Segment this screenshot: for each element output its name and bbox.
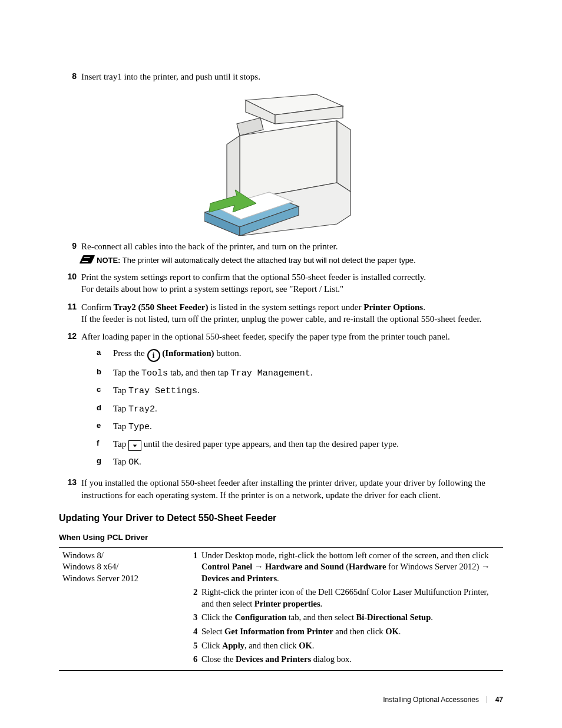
note-icon — [80, 255, 95, 263]
substep-f: f Tap until the desired paper type appea… — [81, 436, 503, 453]
heading-pcl-driver: When Using PCL Driver — [59, 532, 503, 543]
step-10: 10 Print the system settings report to c… — [59, 271, 503, 295]
step-text: If you installed the optional 550-sheet … — [81, 477, 503, 501]
driver-step-6: 6 Close the Devices and Printers dialog … — [193, 654, 500, 666]
step-text: Confirm Tray2 (550 Sheet Feeder) is list… — [81, 302, 425, 312]
step-text: If the feeder is not listed, turn off th… — [81, 314, 481, 324]
driver-step-5: 5 Click Apply, and then click OK. — [193, 640, 500, 652]
step-number: 10 — [59, 271, 77, 282]
instructions-cell: 1 Under Desktop mode, right-click the bo… — [190, 547, 503, 670]
driver-step-3: 3 Click the Configuration tab, and then … — [193, 612, 500, 624]
driver-step-4: 4 Select Get Information from Printer an… — [193, 626, 500, 638]
step-text: Print the system settings report to conf… — [81, 272, 426, 282]
step-9: 9 Re-connect all cables into the back of… — [59, 241, 503, 265]
step-number: 9 — [59, 241, 77, 252]
step-text: For details about how to print a system … — [81, 284, 343, 294]
footer-title: Installing Optional Accessories — [383, 696, 479, 704]
step-11: 11 Confirm Tray2 (550 Sheet Feeder) is l… — [59, 301, 503, 325]
note-label: NOTE: — [97, 256, 120, 265]
step-number: 13 — [59, 477, 77, 488]
driver-step-2: 2 Right-click the printer icon of the De… — [193, 587, 500, 610]
driver-instructions-table: Windows 8/ Windows 8 x64/ Windows Server… — [59, 547, 503, 671]
step-12: 12 After loading paper in the optional 5… — [59, 331, 503, 471]
step-number: 8 — [59, 71, 77, 82]
step-text: After loading paper in the optional 550-… — [81, 332, 450, 341]
driver-step-1: 1 Under Desktop mode, right-click the bo… — [193, 550, 500, 585]
substep-a: a Press the i (Information) button. — [81, 345, 503, 364]
substep-e: e Tap Type. — [81, 418, 503, 436]
information-icon: i — [147, 349, 160, 362]
step-13: 13 If you installed the optional 550-she… — [59, 477, 503, 501]
heading-update-driver: Updating Your Driver to Detect 550-Sheet… — [59, 512, 503, 525]
printer-illustration-svg — [204, 88, 358, 236]
step-8: 8 Insert tray1 into the printer, and pus… — [59, 71, 503, 83]
footer-page-number: 47 — [495, 696, 503, 704]
printer-insert-tray-illustration — [204, 88, 358, 236]
step-number: 12 — [59, 331, 77, 342]
note-row: NOTE: The printer will automatically det… — [81, 255, 503, 266]
note-text: The printer will automatically detect th… — [120, 256, 415, 265]
dropdown-icon — [128, 440, 141, 451]
substep-g: g Tap OK. — [81, 453, 503, 471]
footer-separator — [487, 696, 487, 703]
os-cell: Windows 8/ Windows 8 x64/ Windows Server… — [59, 547, 190, 670]
step-text: Re-connect all cables into the back of t… — [81, 242, 338, 251]
page-footer: Installing Optional Accessories 47 — [383, 695, 503, 704]
step-number: 11 — [59, 301, 77, 312]
substep-c: c Tap Tray Settings. — [81, 382, 503, 400]
step-text: Insert tray1 into the printer, and push … — [81, 71, 503, 83]
substep-d: d Tap Tray2. — [81, 400, 503, 418]
substep-b: b Tap the Tools tab, and then tap Tray M… — [81, 364, 503, 382]
